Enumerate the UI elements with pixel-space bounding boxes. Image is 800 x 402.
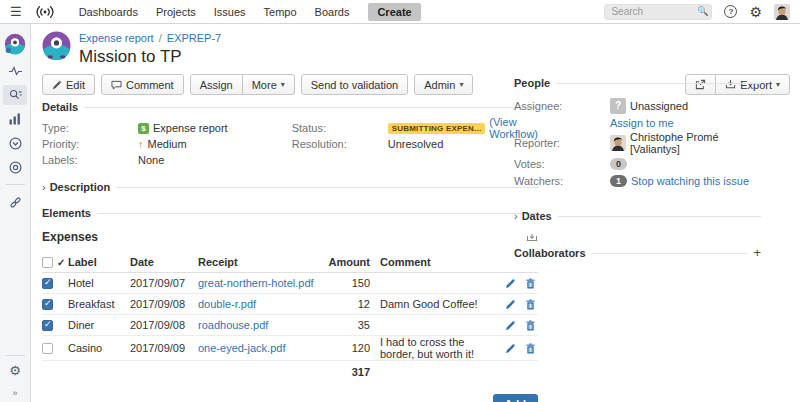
releases-icon[interactable] xyxy=(3,157,27,177)
breadcrumb: Expense report / EXPREP-7 xyxy=(79,32,221,44)
receipt-link[interactable]: great-northern-hotel.pdf xyxy=(198,277,314,289)
help-icon[interactable]: ? xyxy=(724,5,737,18)
edit-expense-icon[interactable] xyxy=(505,320,516,331)
activity-stream-icon[interactable] xyxy=(3,61,27,81)
reporter-avatar xyxy=(610,135,626,151)
chevron-right-icon: › xyxy=(42,181,46,193)
col-date: Date xyxy=(130,256,198,268)
watchers-badge[interactable]: 1 xyxy=(610,175,627,187)
project-settings-gear-icon[interactable]: ⚙ xyxy=(3,360,27,380)
resolution-value: Unresolved xyxy=(388,138,444,150)
create-button[interactable]: Create xyxy=(368,3,420,21)
receipt-link[interactable]: double-r.pdf xyxy=(198,298,256,310)
row-checkbox[interactable] xyxy=(42,320,53,331)
receipt-link[interactable]: one-eyed-jack.pdf xyxy=(198,342,285,354)
expense-row: Diner 2017/09/08 roadhouse.pdf 35 xyxy=(42,315,538,336)
sidebar-divider xyxy=(6,184,25,185)
add-expense-button[interactable]: Add xyxy=(493,394,538,402)
project-avatar[interactable] xyxy=(3,31,27,57)
expenses-table-header: ✓ Label Date Receipt Amount Comment xyxy=(42,252,538,273)
expense-label: Hotel xyxy=(68,277,130,289)
expense-amount: 150 xyxy=(326,277,380,289)
chevron-down-icon: ▾ xyxy=(776,80,780,89)
edit-expense-icon[interactable] xyxy=(505,278,516,289)
expand-sidebar-icon[interactable]: » xyxy=(12,388,17,398)
admin-button[interactable]: Admin ▾ xyxy=(414,74,473,95)
expense-row: Casino 2017/09/09 one-eyed-jack.pdf 120 … xyxy=(42,336,538,361)
chevron-right-icon: › xyxy=(514,210,518,222)
comment-button[interactable]: Comment xyxy=(101,74,184,95)
nav-projects[interactable]: Projects xyxy=(147,6,205,18)
breadcrumb-separator: / xyxy=(159,32,162,44)
col-receipt: Receipt xyxy=(198,256,326,268)
delete-expense-icon[interactable] xyxy=(525,343,536,354)
nav-dashboards[interactable]: Dashboards xyxy=(70,6,147,18)
expenses-table: ✓ Label Date Receipt Amount Comment Hote… xyxy=(42,252,538,402)
row-checkbox[interactable] xyxy=(42,278,53,289)
more-button[interactable]: More ▾ xyxy=(242,74,295,95)
details-heading[interactable]: Details xyxy=(42,101,538,113)
shortcuts-link-icon[interactable] xyxy=(3,192,27,212)
col-comment: Comment xyxy=(380,256,496,268)
expense-row: Hotel 2017/09/07 great-northern-hotel.pd… xyxy=(42,273,538,294)
assignee-value: Unassigned xyxy=(630,100,688,112)
expense-date: 2017/09/08 xyxy=(130,298,198,310)
search-icon: 🔍 xyxy=(697,6,708,16)
edit-expense-icon[interactable] xyxy=(505,343,516,354)
stop-watching-link[interactable]: Stop watching this issue xyxy=(631,175,749,187)
collaborators-heading: Collaborators + xyxy=(514,245,761,260)
issue-side-panel: People Assignee: ? Unassigned Assign to … xyxy=(514,77,761,260)
votes-badge[interactable]: 0 xyxy=(610,158,627,170)
project-sidebar: ⚙ » xyxy=(0,24,31,402)
dates-heading[interactable]: › Dates xyxy=(514,210,761,222)
nav-tempo[interactable]: Tempo xyxy=(255,6,306,18)
delete-expense-icon[interactable] xyxy=(525,299,536,310)
expense-label: Casino xyxy=(68,342,130,354)
expense-label: Breakfast xyxy=(68,298,130,310)
assign-to-me-link[interactable]: Assign to me xyxy=(610,117,674,129)
description-heading[interactable]: › Description xyxy=(42,181,538,193)
expense-report-type-icon: $ xyxy=(138,123,149,134)
history-clock-icon[interactable] xyxy=(3,133,27,153)
reporter-label: Reporter: xyxy=(514,137,610,149)
comment-bubble-icon xyxy=(111,80,122,90)
votes-label: Votes: xyxy=(514,158,610,170)
user-avatar[interactable] xyxy=(774,4,790,20)
delete-expense-icon[interactable] xyxy=(525,278,536,289)
expense-amount: 12 xyxy=(326,298,380,310)
receipt-link[interactable]: roadhouse.pdf xyxy=(198,319,268,331)
delete-expense-icon[interactable] xyxy=(525,320,536,331)
priority-label: Priority: xyxy=(42,138,138,150)
settings-gear-icon[interactable]: ⚙ xyxy=(749,5,762,19)
reporter-value: Christophe Promé [Valiantys] xyxy=(630,131,761,155)
elements-section: Elements Expenses ✓ Label Date Receipt xyxy=(42,207,538,402)
assign-button[interactable]: Assign xyxy=(190,74,243,95)
row-checkbox[interactable] xyxy=(42,343,53,354)
expense-date: 2017/09/08 xyxy=(130,319,198,331)
expense-row: Breakfast 2017/09/08 double-r.pdf 12 Dam… xyxy=(42,294,538,315)
reports-icon[interactable] xyxy=(3,109,27,129)
chevron-down-icon: ▾ xyxy=(459,80,463,89)
people-heading[interactable]: People xyxy=(514,77,761,89)
send-to-validation-button[interactable]: Send to validation xyxy=(301,74,408,95)
elements-heading[interactable]: Elements xyxy=(42,207,538,219)
expense-comment: Damn Good Coffee! xyxy=(380,298,496,310)
search-issues-icon[interactable] xyxy=(3,85,27,105)
add-collaborator-icon[interactable]: + xyxy=(753,245,761,260)
total-row: 317 xyxy=(42,361,538,382)
nav-issues[interactable]: Issues xyxy=(205,6,255,18)
dates-section: › Dates xyxy=(514,210,761,222)
expense-date: 2017/09/07 xyxy=(130,277,198,289)
select-all-checkbox[interactable] xyxy=(42,257,53,268)
nav-boards[interactable]: Boards xyxy=(306,6,359,18)
edit-button[interactable]: Edit xyxy=(42,74,95,95)
breadcrumb-project-link[interactable]: Expense report xyxy=(79,32,154,44)
edit-expense-icon[interactable] xyxy=(505,299,516,310)
breadcrumb-issue-link[interactable]: EXPREP-7 xyxy=(167,32,221,44)
row-checkbox[interactable] xyxy=(42,299,53,310)
hamburger-menu-icon[interactable]: ☰ xyxy=(10,5,22,18)
search-box: 🔍 xyxy=(604,4,712,20)
col-label: Label xyxy=(68,256,130,268)
priority-value: Medium xyxy=(148,138,187,150)
app-logo-icon[interactable] xyxy=(34,5,56,19)
